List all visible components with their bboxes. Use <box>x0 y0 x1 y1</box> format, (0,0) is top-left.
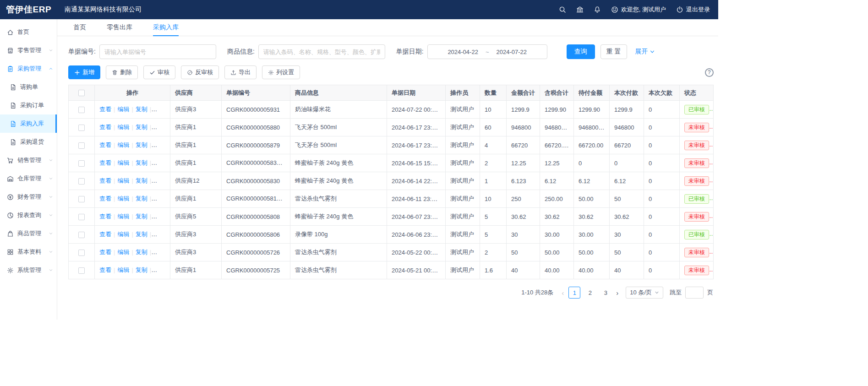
page-3[interactable]: 3 <box>600 287 611 299</box>
search-button[interactable] <box>559 6 566 13</box>
table-header-row: 操作供应商单据编号商品信息单据日期操作员数量金额合计含税合计待付金额本次付款本次… <box>69 85 714 101</box>
tab-retail-out[interactable]: 零售出库 <box>107 19 132 36</box>
product-filter: 商品信息: <box>227 44 385 59</box>
sidebar-item-purchase-request[interactable]: 请购单 <box>0 78 57 96</box>
sidebar-item-report[interactable]: 报表查询 <box>0 206 57 224</box>
product-label: 商品信息: <box>227 48 255 56</box>
date-range-picker[interactable]: 2024-04-22 ~ 2024-07-22 <box>427 44 547 59</box>
row-checkbox[interactable] <box>78 232 85 238</box>
expand-filters-link[interactable]: 展开 <box>635 48 655 56</box>
page-size-select[interactable]: 10 条/页 <box>626 287 663 299</box>
row-action-copy[interactable]: 复制 <box>136 231 147 238</box>
help-icon[interactable]: ? <box>705 68 714 77</box>
row-checkbox[interactable] <box>78 160 85 167</box>
row-checkbox[interactable] <box>78 267 85 274</box>
product-input[interactable] <box>258 44 385 59</box>
grid-icon <box>7 249 14 256</box>
sidebar-item-basic[interactable]: 基本资料 <box>0 243 57 261</box>
row-action-copy[interactable]: 复制 <box>136 266 147 273</box>
row-action-view[interactable]: 查看 <box>99 195 111 202</box>
row-checkbox[interactable] <box>78 125 85 131</box>
sidebar-item-home[interactable]: 首页 <box>0 23 57 41</box>
page-1[interactable]: 1 <box>568 287 580 299</box>
row-action-copy[interactable]: 复制 <box>136 124 147 130</box>
row-action-edit[interactable]: 编辑 <box>117 106 129 113</box>
row-action-edit[interactable]: 编辑 <box>117 249 129 256</box>
row-action-view[interactable]: 查看 <box>99 124 111 130</box>
row-checkbox[interactable] <box>78 107 85 113</box>
table-row: 查看|编辑|复制|删除供应商3CGRK00000005726雷达杀虫气雾剂202… <box>69 244 714 261</box>
row-checkbox[interactable] <box>78 142 85 149</box>
sidebar-item-purchase[interactable]: 采购管理 <box>0 60 57 78</box>
row-action-edit[interactable]: 编辑 <box>117 124 129 130</box>
row-action-edit[interactable]: 编辑 <box>117 195 129 202</box>
cell-debt: 0 <box>644 101 680 119</box>
jump-page-input[interactable] <box>685 287 704 299</box>
row-action-view[interactable]: 查看 <box>99 213 111 220</box>
row-action-copy[interactable]: 复制 <box>136 177 147 184</box>
row-action-copy[interactable]: 复制 <box>136 106 147 113</box>
cell-tax_total: 30.62 <box>540 208 574 226</box>
row-action-view[interactable]: 查看 <box>99 141 111 148</box>
row-action-view[interactable]: 查看 <box>99 266 111 273</box>
select-all-checkbox[interactable] <box>78 90 85 96</box>
platform-button[interactable] <box>576 6 584 13</box>
cell-bill_no: CGRK00000005806 <box>222 226 290 244</box>
row-checkbox[interactable] <box>78 196 85 202</box>
row-actions: 查看|编辑|复制|删除 <box>95 172 170 190</box>
row-action-view[interactable]: 查看 <box>99 159 111 166</box>
unaudit-button[interactable]: 反审核 <box>181 65 219 79</box>
row-action-copy[interactable]: 复制 <box>136 195 147 202</box>
tab-home[interactable]: 首页 <box>73 19 86 36</box>
bill-no-input[interactable] <box>99 44 216 59</box>
tab-purchase-in[interactable]: 采购入库 <box>153 19 179 36</box>
row-action-view[interactable]: 查看 <box>99 249 111 256</box>
sidebar-item-purchase-order[interactable]: 采购订单 <box>0 96 57 114</box>
row-action-copy[interactable]: 复制 <box>136 159 147 166</box>
sidebar-item-system[interactable]: 系统管理 <box>0 261 57 279</box>
page-size-value: 10 条/页 <box>630 288 652 297</box>
row-action-copy[interactable]: 复制 <box>136 249 147 256</box>
cell-amount: 30 <box>507 226 540 244</box>
next-page-icon[interactable]: › <box>613 289 621 297</box>
audit-button[interactable]: 审核 <box>143 65 175 79</box>
select-all-cell <box>69 85 95 101</box>
prev-page-icon[interactable]: ‹ <box>559 289 567 297</box>
sidebar-item-retail[interactable]: 零售管理 <box>0 41 57 60</box>
export-button[interactable]: 导出 <box>224 65 257 79</box>
sidebar-item-warehouse[interactable]: 仓库管理 <box>0 169 57 188</box>
search-submit-button[interactable]: 查询 <box>567 44 595 59</box>
row-checkbox[interactable] <box>78 214 85 220</box>
user-menu[interactable]: 欢迎您, 测试用户 <box>611 5 666 14</box>
cell-status: 未审核 <box>680 154 714 172</box>
reset-button[interactable]: 重 置 <box>601 44 627 59</box>
row-checkbox[interactable] <box>78 250 85 256</box>
sidebar-item-purchase-return[interactable]: 采购退货 <box>0 133 57 151</box>
page-2[interactable]: 2 <box>584 287 596 299</box>
row-action-edit[interactable]: 编辑 <box>117 213 129 220</box>
cell-debt: 0 <box>644 226 680 244</box>
row-checkbox[interactable] <box>78 178 85 185</box>
row-action-copy[interactable]: 复制 <box>136 213 147 220</box>
row-action-edit[interactable]: 编辑 <box>117 159 129 166</box>
sidebar-item-purchase-in[interactable]: 采购入库 <box>0 114 57 133</box>
search-icon <box>559 6 566 13</box>
add-button[interactable]: 新增 <box>68 65 100 79</box>
sidebar-item-sales[interactable]: 销售管理 <box>0 151 57 169</box>
row-action-view[interactable]: 查看 <box>99 177 111 184</box>
sidebar-item-goods[interactable]: 商品管理 <box>0 224 57 243</box>
logout-button[interactable]: 退出登录 <box>676 5 710 14</box>
cell-product: 蜂蜜柚子茶 240g 黄色 <box>290 208 387 226</box>
row-action-view[interactable]: 查看 <box>99 106 111 113</box>
row-action-edit[interactable]: 编辑 <box>117 141 129 148</box>
row-action-view[interactable]: 查看 <box>99 231 111 238</box>
row-action-copy[interactable]: 复制 <box>136 141 147 148</box>
row-action-edit[interactable]: 编辑 <box>117 177 129 184</box>
notifications-button[interactable] <box>594 6 601 13</box>
row-action-edit[interactable]: 编辑 <box>117 231 129 238</box>
sidebar-item-finance[interactable]: 财务管理 <box>0 188 57 206</box>
col-header-op: 操作 <box>95 85 170 101</box>
delete-button[interactable]: 删除 <box>106 65 138 79</box>
column-settings-button[interactable]: 列设置 <box>262 65 300 79</box>
row-action-edit[interactable]: 编辑 <box>117 266 129 273</box>
